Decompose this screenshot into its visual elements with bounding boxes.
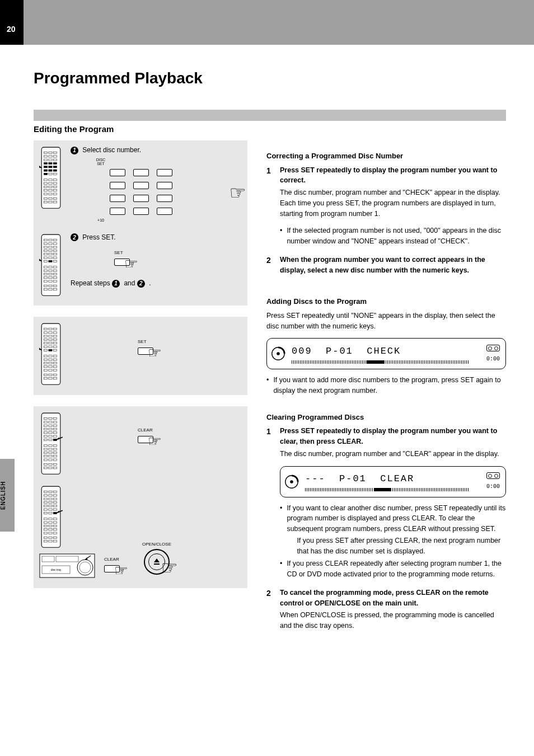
svg-rect-60 xyxy=(44,257,47,259)
repeat-instruction: Repeat steps 1 and 2 . xyxy=(71,279,241,288)
page-corner xyxy=(0,0,24,45)
svg-rect-70 xyxy=(49,270,52,271)
svg-rect-40 xyxy=(44,201,47,203)
svg-rect-193 xyxy=(44,509,47,510)
svg-rect-205 xyxy=(44,525,47,527)
svg-rect-67 xyxy=(49,266,52,267)
svg-rect-41 xyxy=(49,201,52,203)
bullet-text: If the selected program number is not us… xyxy=(287,226,506,247)
svg-rect-38 xyxy=(49,198,52,199)
svg-rect-124 xyxy=(53,369,57,371)
bullet-text: If you press CLEAR repeatedly after sele… xyxy=(287,558,506,580)
svg-rect-69 xyxy=(44,270,47,271)
open-close-label: OPEN/CLOSE xyxy=(142,542,171,547)
svg-rect-185 xyxy=(49,498,52,500)
lcd-disc-num: --- xyxy=(305,473,326,484)
disc-set-label: DISC SET xyxy=(93,158,109,166)
svg-rect-29 xyxy=(49,186,52,187)
key-9[interactable] xyxy=(157,195,172,202)
key-0[interactable] xyxy=(133,208,149,215)
svg-rect-184 xyxy=(44,498,47,500)
svg-rect-71 xyxy=(53,270,57,271)
svg-rect-144 xyxy=(53,428,57,430)
section-title: Editing the Program xyxy=(34,124,506,134)
body-text: The disc number, program number and "CHE… xyxy=(280,187,506,219)
svg-rect-210 xyxy=(53,529,57,530)
step-lead: Press SET repeatedly to display the prog… xyxy=(280,426,506,447)
svg-rect-113 xyxy=(44,359,47,360)
svg-rect-96 xyxy=(49,335,52,337)
svg-rect-169 xyxy=(53,459,57,461)
key-4[interactable] xyxy=(110,182,125,189)
svg-rect-100 xyxy=(53,339,57,340)
svg-rect-89 xyxy=(44,328,47,330)
svg-rect-152 xyxy=(49,439,52,440)
svg-rect-211 xyxy=(44,532,47,534)
svg-rect-24 xyxy=(53,179,57,181)
svg-rect-146 xyxy=(49,431,52,433)
svg-rect-202 xyxy=(44,522,47,523)
key-2[interactable] xyxy=(133,169,149,176)
step-number: 1 xyxy=(266,426,275,582)
svg-rect-56 xyxy=(53,250,57,251)
key-plus10[interactable] xyxy=(110,208,125,215)
step-panel-add: SET ☜ xyxy=(34,317,247,395)
key-5[interactable] xyxy=(133,182,149,189)
sub-heading-add: Adding Discs to the Program xyxy=(266,296,506,307)
svg-rect-58 xyxy=(49,253,52,255)
disc-icon xyxy=(270,346,286,361)
bullet-text: If you want to clear another disc number… xyxy=(287,503,506,557)
svg-rect-91 xyxy=(53,328,57,330)
svg-rect-45 xyxy=(44,239,47,241)
step-panel-clear: CLEAR ☜ xyxy=(34,406,247,588)
svg-rect-62 xyxy=(53,257,57,259)
svg-rect-148 xyxy=(44,435,47,437)
bullet-icon: • xyxy=(280,503,282,557)
key-extra[interactable] xyxy=(157,208,172,215)
svg-rect-80 xyxy=(53,280,57,282)
pointing-hand-icon: ☜ xyxy=(114,561,128,580)
svg-rect-55 xyxy=(49,250,52,251)
svg-rect-81 xyxy=(44,285,47,287)
lcd-disc-num: 009 xyxy=(292,346,312,356)
section-band xyxy=(34,110,506,121)
svg-rect-4 xyxy=(44,156,47,157)
lcd-time: 0:00 xyxy=(475,355,500,363)
svg-rect-46 xyxy=(49,239,52,241)
svg-rect-195 xyxy=(53,509,57,510)
svg-rect-105 xyxy=(49,346,52,348)
svg-rect-39 xyxy=(53,198,57,199)
svg-rect-120 xyxy=(49,366,52,368)
svg-rect-125 xyxy=(44,374,47,375)
svg-rect-218 xyxy=(49,541,52,542)
svg-point-231 xyxy=(290,480,293,483)
disc-tray-label: disc tray xyxy=(51,568,62,571)
svg-rect-17 xyxy=(49,170,52,171)
svg-rect-37 xyxy=(44,198,47,199)
svg-rect-222 xyxy=(42,556,54,562)
lcd-mode: CLEAR xyxy=(380,473,414,484)
key-7[interactable] xyxy=(110,195,125,202)
key-1[interactable] xyxy=(110,169,125,176)
svg-rect-85 xyxy=(49,288,52,290)
svg-rect-61 xyxy=(49,257,52,259)
pointing-hand-icon: ☜ xyxy=(124,255,138,273)
key-3[interactable] xyxy=(157,169,172,176)
lcd-progress-bar xyxy=(292,360,470,364)
body-text: Press SET repeatedly until "NONE" appear… xyxy=(266,311,506,332)
pointing-hand-icon: ☜ xyxy=(148,432,162,450)
svg-rect-13 xyxy=(44,166,47,168)
svg-rect-215 xyxy=(49,537,52,538)
lcd-time: 0:00 xyxy=(475,482,500,491)
key-8[interactable] xyxy=(133,195,149,202)
svg-marker-87 xyxy=(39,259,41,261)
svg-rect-50 xyxy=(53,242,57,244)
step-panel-correct: 1 Select disc number. DISC SET xyxy=(34,140,247,306)
svg-rect-98 xyxy=(44,339,47,340)
svg-rect-189 xyxy=(53,501,57,503)
svg-rect-168 xyxy=(49,459,52,461)
svg-rect-36 xyxy=(53,193,57,195)
svg-rect-136 xyxy=(44,421,47,422)
key-6[interactable] xyxy=(157,182,172,189)
svg-point-229 xyxy=(277,352,280,355)
